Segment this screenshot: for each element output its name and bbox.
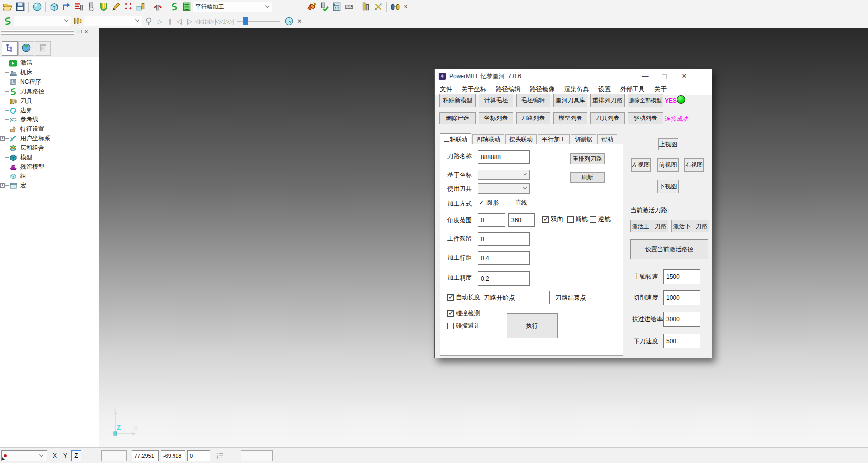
tree-item-tools[interactable]: 刀具 [0,96,99,106]
step-back-icon[interactable]: ◁| [174,18,184,25]
tree-item-boundaries[interactable]: 边界 [0,106,99,115]
menu-external-tools[interactable]: 外部工具 [620,85,645,94]
checkbox[interactable] [478,200,484,206]
view-front-button[interactable]: 前视图 [657,158,679,172]
shading-icon[interactable] [31,1,43,13]
refresh-button[interactable]: 刷新 [570,172,605,183]
mode-line-checkbox[interactable]: 直线 [507,199,527,207]
toolbar-close-icon[interactable]: ✕ [401,3,410,10]
menu-about[interactable]: 关于 [654,85,667,94]
tree-item-macros[interactable]: +宏 [0,181,99,190]
checkbox[interactable] [447,294,454,301]
pause-icon[interactable]: ∥ [165,18,174,25]
toolbox-icon[interactable] [306,1,317,13]
coord-list-button[interactable]: 坐标列表 [479,112,513,124]
expand-icon[interactable]: + [0,183,5,188]
menu-render-sim[interactable]: 渲染仿真 [564,85,589,94]
rapid-heights-icon[interactable] [73,1,84,13]
angle-to-input[interactable]: 360 [508,213,535,227]
bidirectional-checkbox[interactable]: 双向 [542,215,563,224]
tolerance-input[interactable]: 0.2 [478,271,530,286]
sim-tool-icon[interactable] [72,15,83,27]
spindle-speed-input[interactable]: 1500 [663,269,700,284]
path-start-input[interactable] [517,291,550,304]
sim-toolpath-dropdown[interactable] [14,16,71,26]
menu-coords[interactable]: 关于坐标 [462,85,486,94]
expand-icon[interactable]: + [0,136,5,141]
path-end-input[interactable]: - [587,291,620,304]
checkbox[interactable] [447,310,454,317]
snap-field[interactable] [101,450,127,461]
climb-mill-checkbox[interactable]: 顺铣 [567,215,588,224]
delete-all-models-button[interactable]: 删除全部模型 [628,94,663,107]
cutting-feed-input[interactable]: 1000 [663,290,700,305]
sim-toolpath-icon[interactable] [2,15,13,27]
grid-toggle-button[interactable] [85,450,98,461]
stock-edit-button[interactable]: 毛坯编辑 [516,94,550,107]
panel-grip[interactable] [1,33,74,35]
menu-path-mirror[interactable]: 路径镜像 [530,85,555,94]
tree-item-machine[interactable]: 机床 [0,68,99,77]
tab-tilt-head[interactable]: 摆头联动 [505,134,537,144]
calc-stock-button[interactable]: 计算毛坯 [479,94,513,107]
tool-verify-icon[interactable] [318,1,330,13]
step-forward-icon[interactable]: |▷ [184,18,194,25]
conventional-mill-checkbox[interactable]: 逆铣 [590,215,611,224]
plunge-feed-input[interactable]: 500 [663,334,700,348]
view-top-button[interactable]: 上视图 [658,138,678,150]
measure-icon[interactable] [343,1,354,13]
based-coord-dropdown[interactable] [478,170,530,180]
close-button[interactable]: ✕ [678,72,691,80]
workplane-dropdown[interactable] [1,450,47,461]
clock-icon[interactable] [283,15,294,27]
tree-item-models[interactable]: 模型 [0,153,99,162]
strategy-list-icon[interactable] [181,1,192,13]
activate-prev-button[interactable]: 激活上一刀路 [630,220,668,232]
checkbox[interactable] [447,323,454,329]
view-left-button[interactable]: 左视图 [631,158,651,172]
tab-3axis[interactable]: 三轴联动 [440,133,471,145]
menu-path-edit[interactable]: 路径编辑 [496,85,521,94]
toolbar-close-icon[interactable]: ✕ [295,18,304,25]
toolpath-list-button[interactable]: 刀路列表 [516,112,550,124]
points-icon[interactable] [122,1,134,13]
toolpath-icon[interactable] [169,1,180,13]
dialog-titlebar[interactable]: PowerMILL 忆梦星河 7.0.6 [435,69,712,83]
slider-thumb[interactable] [243,17,248,25]
rearrange-button[interactable]: 重排列刀路 [570,153,605,164]
view-bottom-button[interactable]: 下视图 [657,180,679,193]
auto-length-checkbox[interactable]: 自动长度 [447,293,480,302]
coord-x-field[interactable]: 77.2951 [132,450,159,461]
stock-allowance-input[interactable]: 0 [478,232,530,246]
tab-parallel[interactable]: 平行加工 [538,134,570,144]
set-active-path-button[interactable]: 设置当前激活路径 [630,239,708,259]
play-icon[interactable]: ▷ [155,18,165,25]
collision-check-checkbox[interactable]: 碰撞检测 [447,309,480,318]
use-tool-dropdown[interactable] [478,183,530,194]
panel-grip[interactable] [1,30,74,32]
strategy-dropdown[interactable]: 平行精加工 [193,2,272,12]
tool-create-icon[interactable] [135,1,146,13]
search-models-icon[interactable] [389,1,401,13]
collision-check-icon[interactable] [152,1,163,13]
go-end-icon[interactable]: ▷▷| [224,18,234,25]
delete-selected-button[interactable]: 删除已选 [439,112,476,124]
tab-help[interactable]: 帮助 [597,134,617,144]
tab-4axis[interactable]: 四轴联动 [472,134,504,144]
checkbox[interactable] [567,216,574,223]
collision-avoid-checkbox[interactable]: 碰撞避让 [447,322,480,330]
checkbox[interactable] [507,200,513,206]
tree-item-stock-models[interactable]: 残留模型 [0,162,99,172]
tree-item-workplanes[interactable]: +用户坐标系 [0,134,99,143]
model-tree-tab[interactable] [2,41,18,56]
boundary-icon[interactable] [98,1,109,13]
sim-tool-dropdown[interactable] [84,16,142,26]
axis-z-button[interactable]: Z [71,450,81,461]
start-point-icon[interactable] [85,1,97,13]
angle-from-input[interactable]: 0 [478,213,505,227]
world-tab[interactable] [18,41,34,56]
checkbox[interactable] [542,216,549,223]
panel-restore-icon[interactable]: ❐ [77,29,83,35]
xyz-list-icon[interactable]: xyz [216,451,224,460]
tree-item-patterns[interactable]: 参考线 [0,115,99,124]
